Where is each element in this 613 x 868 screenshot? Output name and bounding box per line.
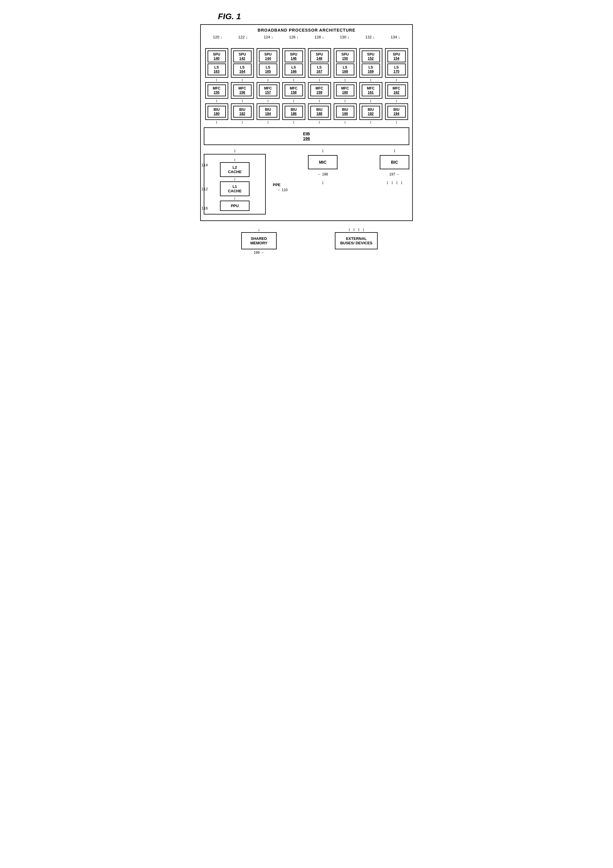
top-ref-128: 128 ↓ [308, 35, 331, 39]
ppe-label: PPE [273, 183, 280, 187]
shared-memory-ref: 199 → [254, 251, 264, 255]
mfc-box-0: MFC 155 [207, 85, 226, 96]
top-ref-132: 132 ↓ [359, 35, 381, 39]
l1-cache-box: L1 CACHE [220, 181, 249, 196]
ls-box-0: LS 163 [207, 64, 226, 75]
biu-outer-box-3: BIU 186 [282, 104, 305, 120]
biu-box-6: BIU 192 [362, 106, 380, 118]
arr-biu-eib-1: ↕ [241, 120, 243, 124]
arrow-eib-to-mic: ↕ [322, 148, 324, 153]
arr-mfc-biu-3: ↕ [293, 99, 295, 103]
spu-outer-box-3: SPU 146 LS 166 [282, 48, 305, 78]
spu-section: SPU 140 LS 163 ↕ MFC 155 ↕ BIU 180 [204, 40, 409, 124]
ls-box-6: LS 169 [362, 64, 380, 75]
ext-buses-line3: DEVICES [356, 241, 372, 245]
mfc-box-2: MFC 157 [259, 85, 277, 96]
arr-spu-mfc-0: ↕ [215, 78, 218, 82]
arr-mfc-biu-4: ↕ [318, 99, 320, 103]
spu-outer-box-0: SPU 140 LS 163 [205, 48, 228, 78]
arrow-l2-l1: ↕ [234, 177, 236, 181]
spu-inner-box-4: SPU 148 [310, 51, 329, 62]
l1-label: L1 [232, 184, 237, 189]
biu-box-4: BIU 188 [310, 106, 329, 118]
bottom-layout: ↕ 114 ↕ L2 CACHE [204, 148, 409, 214]
l2-cache-ref: 114 [201, 163, 208, 167]
spu-outer-box-2: SPU 144 LS 165 [257, 48, 280, 78]
biu-box-5: BIU 190 [336, 106, 354, 118]
arr-biu-eib-6: ↕ [370, 120, 372, 124]
spu-outer-box-5: SPU 150 LS 168 [334, 48, 357, 78]
shared-memory-line1: SHARED [251, 236, 267, 241]
spu-inner-box-0: SPU 140 [207, 51, 226, 62]
top-ref-122: 122 ↓ [232, 35, 254, 39]
spu-inner-box-6: SPU 152 [362, 51, 380, 62]
ppe-outer-box: 114 ↕ L2 CACHE ↕ [204, 154, 266, 214]
mfc-outer-box-4: MFC 159 [308, 82, 331, 99]
mic-label: MIC [319, 160, 327, 164]
ls-box-4: LS 167 [310, 64, 329, 75]
eib-num: 196 [303, 136, 310, 141]
spu-inner-box-2: SPU 144 [259, 51, 277, 62]
spu-inner-box-3: SPU 146 [285, 51, 303, 62]
biu-outer-box-6: BIU 192 [359, 104, 382, 120]
biu-outer-box-0: BIU 180 [205, 104, 228, 120]
spu-col-6: SPU 152 LS 169 ↕ MFC 161 ↕ BIU 192 [359, 48, 382, 124]
arr-spu-mfc-6: ↕ [370, 78, 372, 82]
ppu-box: PPU [220, 201, 249, 211]
arrow-to-shared-memory: ↓ [258, 227, 260, 232]
arrow-l1-ppu: ↕ [220, 196, 249, 201]
mfc-box-1: MFC 156 [233, 85, 252, 96]
spu-row: SPU 140 LS 163 ↕ MFC 155 ↕ BIU 180 [204, 48, 409, 124]
arr-spu-mfc-2: ↕ [267, 78, 269, 82]
arr-mfc-biu-2: ↕ [267, 99, 269, 103]
shared-memory-line2: MEMORY [251, 241, 268, 245]
eib-section: EIB 196 [204, 127, 409, 145]
spu-col-7: SPU 154 LS 170 ↕ MFC 162 ↕ BIU 194 [385, 48, 408, 124]
spu-outer-box-6: SPU 152 LS 169 [359, 48, 382, 78]
l2-cache-box: L2 CACHE [220, 162, 249, 177]
biu-box-3: BIU 186 [285, 106, 303, 118]
shared-memory-box: SHARED MEMORY [241, 232, 277, 250]
mic-box: MIC [308, 155, 337, 169]
arr-spu-mfc-5: ↕ [344, 78, 346, 82]
arr-mfc-biu-7: ↕ [395, 99, 398, 103]
spu-outer-box-1: SPU 142 LS 164 [231, 48, 254, 78]
ppe-section: ↕ 114 ↕ L2 CACHE [204, 148, 266, 214]
ext-buses-line2: BUSES/ [340, 241, 354, 245]
l1-sub: CACHE [228, 189, 241, 193]
arr-spu-mfc-1: ↕ [241, 78, 243, 82]
l1-cache-ref: 112 [201, 187, 208, 191]
top-ref-126: 126 ↓ [282, 35, 305, 39]
mfc-box-6: MFC 161 [362, 85, 380, 96]
arrows-to-ext-buses: ↕↕↕↕ [348, 227, 365, 232]
spu-inner-box-1: SPU 142 [233, 51, 252, 62]
arr-biu-eib-0: ↕ [215, 120, 218, 124]
spu-col-1: SPU 142 LS 164 ↕ MFC 156 ↕ BIU 182 [231, 48, 254, 124]
arr-spu-mfc-4: ↕ [318, 78, 320, 82]
ppu-label: PPU [231, 203, 239, 208]
page: FIG. 1 BROADBAND PROCESSOR ARCHITECTURE … [194, 6, 419, 260]
arr-biu-eib-7: ↕ [395, 120, 398, 124]
mfc-box-5: MFC 160 [336, 85, 354, 96]
biu-outer-box-1: BIU 182 [231, 104, 254, 120]
mfc-box-4: MFC 159 [310, 85, 329, 96]
arr-biu-eib-3: ↕ [293, 120, 295, 124]
ppe-ref-arrow: ← 110 [277, 188, 288, 192]
mfc-outer-box-2: MFC 157 [257, 82, 280, 99]
biu-box-7: BIU 194 [387, 106, 406, 118]
ext-buses-line1: EXTERNAL [346, 236, 367, 241]
top-refs: 120 ↓122 ↓124 ↓126 ↓128 ↓130 ↓132 ↓134 ↓ [204, 35, 409, 39]
ls-box-7: LS 170 [387, 64, 406, 75]
ls-box-5: LS 168 [336, 64, 354, 75]
biu-outer-box-2: BIU 184 [257, 104, 280, 120]
l2-label: L2 [232, 165, 237, 170]
arr-biu-eib-4: ↕ [318, 120, 320, 124]
biu-box-0: BIU 180 [207, 106, 226, 118]
mfc-outer-box-1: MFC 156 [231, 82, 254, 99]
biu-outer-box-4: BIU 188 [308, 104, 331, 120]
top-ref-134: 134 ↓ [384, 35, 407, 39]
biu-box-2: BIU 184 [259, 106, 277, 118]
spu-col-0: SPU 140 LS 163 ↕ MFC 155 ↕ BIU 180 [205, 48, 228, 124]
spu-col-3: SPU 146 LS 166 ↕ MFC 158 ↕ BIU 186 [282, 48, 305, 124]
arr-spu-mfc-3: ↕ [293, 78, 295, 82]
